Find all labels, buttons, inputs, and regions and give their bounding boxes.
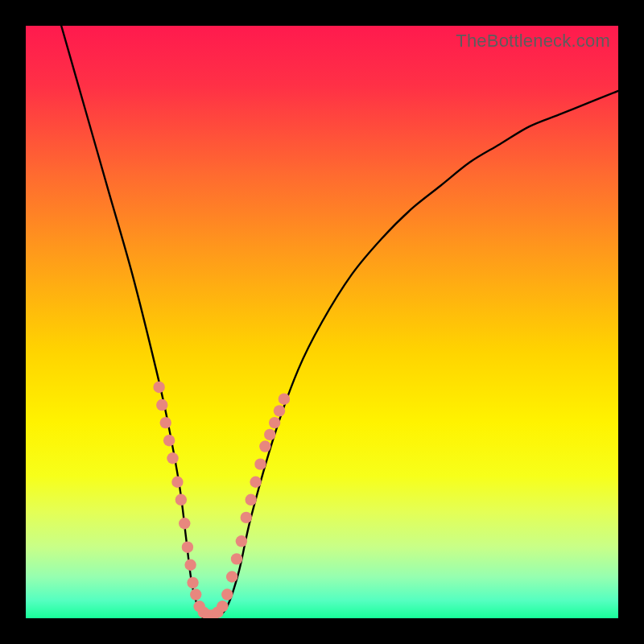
data-marker bbox=[175, 494, 187, 506]
data-marker bbox=[184, 559, 196, 571]
bottleneck-curve bbox=[61, 26, 618, 618]
data-marker bbox=[160, 417, 171, 428]
data-marker bbox=[167, 452, 178, 464]
data-markers bbox=[153, 382, 290, 618]
data-marker bbox=[231, 553, 242, 564]
data-marker bbox=[179, 518, 190, 529]
data-marker bbox=[254, 458, 266, 469]
data-marker bbox=[274, 405, 285, 416]
data-marker bbox=[187, 577, 198, 588]
chart-frame: TheBottleneck.com bbox=[0, 0, 644, 644]
data-marker bbox=[190, 588, 201, 600]
data-marker bbox=[269, 417, 280, 428]
data-marker bbox=[259, 440, 270, 452]
data-marker bbox=[182, 541, 193, 552]
plot-area: TheBottleneck.com bbox=[26, 26, 618, 618]
data-marker bbox=[279, 393, 290, 404]
data-marker bbox=[163, 435, 175, 446]
data-marker bbox=[236, 535, 247, 547]
data-marker bbox=[226, 571, 237, 582]
data-marker bbox=[153, 382, 164, 393]
data-marker bbox=[171, 477, 183, 488]
data-marker bbox=[250, 477, 261, 488]
data-marker bbox=[264, 429, 275, 440]
watermark-text: TheBottleneck.com bbox=[456, 31, 610, 52]
data-marker bbox=[217, 601, 228, 612]
chart-svg bbox=[26, 26, 618, 618]
data-marker bbox=[241, 512, 252, 523]
data-marker bbox=[221, 588, 233, 600]
data-marker bbox=[245, 494, 256, 506]
data-marker bbox=[156, 399, 167, 411]
